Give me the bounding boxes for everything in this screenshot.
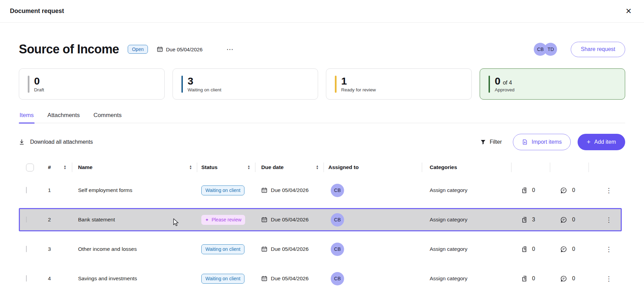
main-content: Source of Income Open Due 05/04/2026 ⋯ C… <box>0 37 644 293</box>
stat-label: Approved <box>495 87 515 92</box>
calendar-icon <box>261 246 267 252</box>
table-row[interactable]: 3 Other income and losses ✦ Waiting on c… <box>19 234 625 264</box>
more-options-icon[interactable]: ⋯ <box>224 44 237 55</box>
plus-icon: + <box>587 138 591 146</box>
stat-suffix: of 4 <box>503 80 512 86</box>
kebab-menu-icon[interactable]: ⋮ <box>602 215 616 225</box>
avatar-group: CB TD <box>534 43 557 56</box>
assign-category-link[interactable]: Assign category <box>430 246 467 252</box>
assignee-avatar[interactable]: CB <box>331 272 344 285</box>
row-number: 2 <box>48 217 51 223</box>
assign-category-link[interactable]: Assign category <box>430 275 467 281</box>
stat-accent-bar <box>335 76 337 93</box>
paperclip-icon <box>522 275 527 282</box>
item-name: Bank statement <box>78 217 115 223</box>
col-header-due-date: Due date <box>261 164 283 170</box>
kebab-menu-icon[interactable]: ⋮ <box>602 273 616 284</box>
col-header-name: Name <box>78 164 92 170</box>
stat-accent-bar <box>28 76 29 93</box>
comment-icon <box>560 217 567 223</box>
row-due-date: Due 05/04/2026 <box>271 217 308 223</box>
col-header-num: # <box>48 164 51 170</box>
status-badge: ✦ Please review <box>201 215 245 225</box>
row-checkbox[interactable] <box>26 246 27 252</box>
row-due-date: Due 05/04/2026 <box>271 275 308 282</box>
page-header-left: Source of Income Open Due 05/04/2026 ⋯ <box>19 42 237 56</box>
item-name: Savings and investments <box>78 275 137 282</box>
sort-icon[interactable]: ▲▼ <box>64 165 66 170</box>
row-number: 3 <box>48 246 51 252</box>
stat-value: 0 <box>34 76 40 87</box>
sort-icon[interactable]: ▲▼ <box>248 165 250 170</box>
kebab-menu-icon[interactable]: ⋮ <box>602 244 616 255</box>
calendar-icon <box>261 187 267 193</box>
due-date-chip: Due 05/04/2026 <box>157 46 203 52</box>
assignee-avatar[interactable]: CB <box>331 243 344 256</box>
sparkle-icon: ✦ <box>205 217 209 222</box>
select-all-checkbox[interactable] <box>26 164 34 171</box>
assignee-avatar[interactable]: CB <box>331 213 344 227</box>
status-badge: ✦ Waiting on client <box>201 274 244 284</box>
import-items-button[interactable]: Import items <box>513 134 571 150</box>
row-checkbox[interactable] <box>26 275 27 282</box>
assignee-avatar[interactable]: CB <box>331 184 344 197</box>
download-icon <box>19 139 25 145</box>
stat-card-approved: 0 of 4 Approved <box>480 68 626 100</box>
filter-button[interactable]: Filter <box>480 139 502 145</box>
download-all-attachments-button[interactable]: Download all attachments <box>19 139 93 145</box>
table-row[interactable]: 1 Self employment forms ✦ Waiting on cli… <box>19 176 625 205</box>
filter-label: Filter <box>490 139 502 145</box>
comment-count: 0 <box>572 275 575 282</box>
col-header-status: Status <box>201 164 217 170</box>
comment-count: 0 <box>572 246 575 252</box>
due-date-label: Due 05/04/2026 <box>166 47 203 52</box>
download-all-label: Download all attachments <box>30 139 93 145</box>
page-header: Source of Income Open Due 05/04/2026 ⋯ C… <box>19 37 625 62</box>
table-body: 1 Self employment forms ✦ Waiting on cli… <box>19 176 625 293</box>
calendar-icon <box>261 217 267 223</box>
kebab-menu-icon[interactable]: ⋮ <box>602 185 616 196</box>
add-item-button[interactable]: + Add item <box>578 134 625 150</box>
toolbar-right: Filter Import items + Add item <box>480 134 625 150</box>
page-header-right: CB TD Share request <box>534 42 625 57</box>
stat-value: 1 <box>341 76 347 87</box>
status-label: Waiting on client <box>205 188 240 193</box>
col-header-assigned-to: Assigned to <box>328 164 359 170</box>
stat-label: Draft <box>34 87 44 92</box>
attachment-count: 0 <box>532 246 535 252</box>
avatar[interactable]: TD <box>544 43 557 56</box>
stat-card-draft: 0 Draft <box>19 68 165 100</box>
tab-bar: Items Attachments Comments <box>19 110 625 123</box>
row-checkbox[interactable] <box>26 216 27 223</box>
tab-comments[interactable]: Comments <box>93 110 122 123</box>
stat-value: 0 <box>495 76 501 87</box>
calendar-icon <box>157 46 163 52</box>
assign-category-link[interactable]: Assign category <box>430 187 467 193</box>
attachment-count: 0 <box>532 187 535 193</box>
tab-attachments[interactable]: Attachments <box>47 110 81 123</box>
comment-count: 0 <box>572 217 575 223</box>
status-label: Please review <box>212 217 241 222</box>
item-name: Self employment forms <box>78 187 132 193</box>
close-icon[interactable]: ✕ <box>623 5 634 17</box>
calendar-icon <box>261 275 267 282</box>
stat-label: Waiting on client <box>188 87 222 92</box>
row-checkbox[interactable] <box>26 187 27 193</box>
filter-icon <box>480 140 486 145</box>
row-number: 1 <box>48 187 51 193</box>
sort-icon[interactable]: ▲▼ <box>189 165 192 170</box>
assign-category-link[interactable]: Assign category <box>430 217 467 222</box>
row-due-date: Due 05/04/2026 <box>271 246 308 252</box>
item-name: Other income and losses <box>78 246 137 252</box>
stat-card-ready: 1 Ready for review <box>326 68 472 100</box>
comment-count: 0 <box>572 187 575 193</box>
items-table: # ▲▼ Name ▲▼ Status ▲▼ Due date ▲▼ Assig… <box>19 159 625 293</box>
share-request-button[interactable]: Share request <box>571 42 625 57</box>
table-row[interactable]: 2 Bank statement ✦ Please review Due 05/… <box>19 205 625 234</box>
add-item-label: Add item <box>594 139 616 145</box>
sort-icon[interactable]: ▲▼ <box>316 165 319 170</box>
tab-items[interactable]: Items <box>19 110 35 123</box>
table-row[interactable]: 4 Savings and investments ✦ Waiting on c… <box>19 264 625 293</box>
attachment-count: 0 <box>532 275 535 282</box>
table-header-row: # ▲▼ Name ▲▼ Status ▲▼ Due date ▲▼ Assig… <box>19 159 625 176</box>
